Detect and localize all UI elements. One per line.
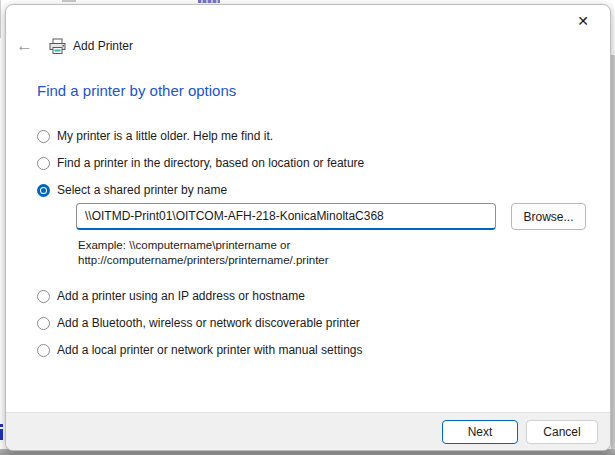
example-hint: Example: \\computername\printername or h…	[78, 238, 329, 268]
background-artifact	[0, 424, 3, 427]
radio-option-ip-address[interactable]: Add a printer using an IP address or hos…	[37, 289, 362, 303]
radio-option-label: Select a shared printer by name	[57, 183, 227, 197]
radio-option-local-manual[interactable]: Add a local printer or network printer w…	[37, 343, 362, 357]
shared-printer-name-input[interactable]	[76, 203, 496, 230]
wizard-header: ← Add Printer	[16, 35, 133, 57]
radio-option-label: My printer is a little older. Help me fi…	[57, 129, 273, 143]
close-icon: ✕	[577, 13, 589, 29]
background-artifact	[198, 0, 220, 3]
radio-option-label: Find a printer in the directory, based o…	[57, 156, 364, 170]
example-line-2: http://computername/printers/printername…	[78, 253, 329, 268]
options-group-top: My printer is a little older. Help me fi…	[37, 129, 364, 210]
page-title: Add Printer	[73, 39, 133, 53]
section-heading: Find a printer by other options	[37, 82, 236, 99]
radio-option-label: Add a Bluetooth, wireless or network dis…	[57, 316, 360, 330]
background-artifact	[62, 0, 76, 2]
next-button[interactable]: Next	[442, 420, 518, 444]
options-group-bottom: Add a printer using an IP address or hos…	[37, 289, 362, 370]
radio-option-shared-by-name[interactable]: Select a shared printer by name	[37, 183, 364, 197]
printer-icon	[48, 38, 67, 55]
cancel-button[interactable]: Cancel	[526, 420, 598, 444]
radio-icon[interactable]	[37, 157, 50, 170]
radio-option-older-printer[interactable]: My printer is a little older. Help me fi…	[37, 129, 364, 143]
radio-option-directory[interactable]: Find a printer in the directory, based o…	[37, 156, 364, 170]
radio-option-label: Add a local printer or network printer w…	[57, 343, 362, 357]
radio-icon[interactable]	[37, 290, 50, 303]
radio-icon[interactable]	[37, 184, 50, 197]
close-button[interactable]: ✕	[568, 9, 598, 33]
radio-icon[interactable]	[37, 344, 50, 357]
back-icon: ←	[16, 36, 33, 55]
browse-button[interactable]: Browse...	[511, 203, 586, 230]
dialog-footer: Next Cancel	[6, 412, 610, 450]
back-button[interactable]: ←	[16, 35, 40, 57]
radio-icon[interactable]	[37, 317, 50, 330]
radio-option-bluetooth[interactable]: Add a Bluetooth, wireless or network dis…	[37, 316, 362, 330]
background-artifact	[0, 0, 1, 38]
background-artifact	[0, 429, 3, 440]
background-artifact	[611, 55, 615, 449]
example-line-1: Example: \\computername\printername or	[78, 238, 329, 253]
add-printer-dialog: ✕ ← Add Printer Find a printer by other …	[5, 4, 611, 451]
radio-icon[interactable]	[37, 130, 50, 143]
radio-option-label: Add a printer using an IP address or hos…	[57, 289, 305, 303]
